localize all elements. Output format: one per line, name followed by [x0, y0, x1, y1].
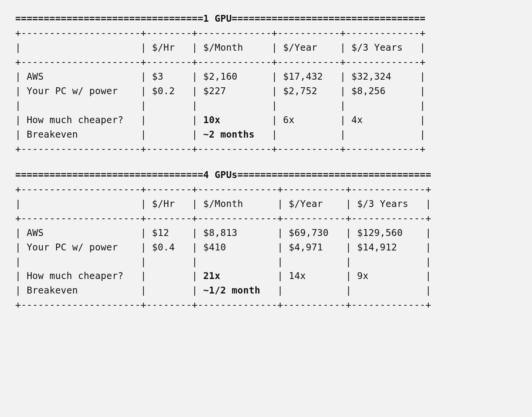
cost-table-4-gpus: =================================4 GPUs=… — [15, 168, 517, 313]
cost-table-1-gpu: =================================1 GPU==… — [15, 11, 517, 156]
